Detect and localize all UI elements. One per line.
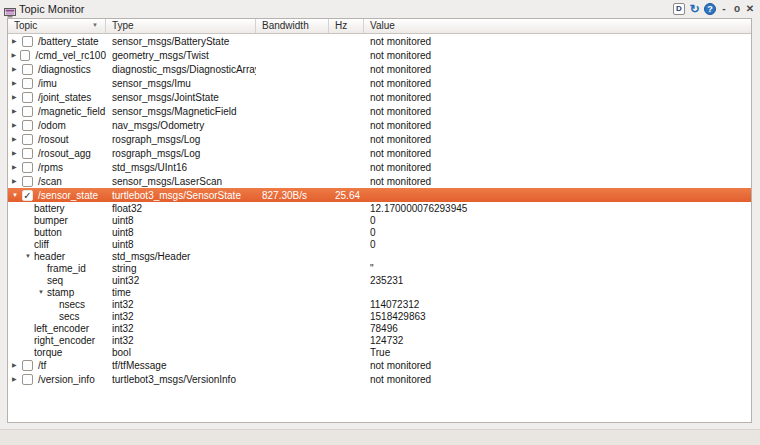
monitor-checkbox-unchecked[interactable] — [22, 78, 33, 89]
monitor-checkbox-unchecked[interactable] — [22, 162, 33, 173]
monitor-checkbox-unchecked[interactable] — [22, 360, 33, 371]
monitor-checkbox-unchecked[interactable] — [22, 120, 33, 131]
collapse-icon[interactable]: ▼ — [25, 253, 34, 259]
table-row[interactable]: buttonuint80 — [8, 226, 751, 238]
expand-icon[interactable]: ▶ — [12, 108, 21, 114]
column-header-bandwidth[interactable]: Bandwidth — [256, 19, 329, 33]
table-row[interactable]: secsint321518429863 — [8, 310, 751, 322]
table-row[interactable]: ▶/imusensor_msgs/Imunot monitored — [8, 76, 751, 90]
topic-name: /scan — [38, 176, 62, 187]
monitor-checkbox-unchecked[interactable] — [22, 106, 33, 117]
column-label: Value — [370, 20, 395, 31]
expand-icon[interactable]: ▶ — [12, 52, 20, 58]
topic-name: right_encoder — [34, 335, 95, 346]
table-row[interactable]: ▶/joint_statessensor_msgs/JointStatenot … — [8, 90, 751, 104]
tree-indent — [8, 232, 25, 233]
topic-tree-cell: cliff — [8, 239, 106, 250]
field-value: True — [364, 347, 751, 358]
tree-indent — [8, 208, 25, 209]
table-row[interactable]: ▶/rosout_aggrosgraph_msgs/Lognot monitor… — [8, 146, 751, 160]
monitor-checkbox-unchecked[interactable] — [22, 148, 33, 159]
field-type: uint32 — [106, 275, 256, 286]
undock-button[interactable]: D — [673, 3, 685, 15]
maximize-button[interactable]: o — [732, 3, 742, 15]
topic-tree-cell: bumper — [8, 215, 106, 226]
expand-icon[interactable]: ▶ — [12, 122, 21, 128]
expand-icon[interactable]: ▶ — [12, 376, 21, 382]
table-row[interactable]: ▶/magnetic_fieldsensor_msgs/MagneticFiel… — [8, 104, 751, 118]
minimize-button[interactable]: - — [719, 3, 729, 15]
table-row[interactable]: ▼headerstd_msgs/Header — [8, 250, 751, 262]
topic-tree-cell: ▶/rpms — [8, 162, 106, 173]
expand-icon[interactable]: ▶ — [12, 66, 21, 72]
monitor-checkbox-checked[interactable]: ✓ — [22, 190, 33, 201]
table-row[interactable]: ▶/version_infoturtlebot3_msgs/VersionInf… — [8, 372, 751, 386]
table-row[interactable]: bumperuint80 — [8, 214, 751, 226]
close-button[interactable]: ✕ — [745, 3, 755, 15]
column-header-value[interactable]: Value — [364, 19, 751, 33]
table-row[interactable]: ▶/diagnosticsdiagnostic_msgs/DiagnosticA… — [8, 62, 751, 76]
table-row[interactable]: frame_idstring" — [8, 262, 751, 274]
table-row[interactable]: cliffuint80 — [8, 238, 751, 250]
column-header-type[interactable]: Type — [106, 19, 256, 33]
expand-icon[interactable]: ▶ — [12, 178, 21, 184]
monitor-checkbox-unchecked[interactable] — [22, 134, 33, 145]
monitor-checkbox-unchecked[interactable] — [22, 64, 33, 75]
collapse-icon[interactable]: ▼ — [12, 192, 21, 198]
plugin-titlebar[interactable]: Topic Monitor D↻?-o✕ — [0, 0, 760, 17]
monitor-checkbox-unchecked[interactable] — [22, 92, 33, 103]
tree-indent — [8, 304, 50, 305]
expand-icon[interactable]: ▶ — [12, 38, 21, 44]
table-row[interactable]: torqueboolTrue — [8, 346, 751, 358]
collapse-icon[interactable]: ▼ — [38, 289, 47, 295]
hz-value: 25.64 — [329, 190, 364, 201]
tree-indent — [8, 340, 25, 341]
column-header-topic[interactable]: Topic▼ — [8, 19, 106, 33]
field-type: sensor_msgs/LaserScan — [106, 176, 256, 187]
expand-icon[interactable]: ▶ — [12, 164, 21, 170]
table-rows: ▶/battery_statesensor_msgs/BatteryStaten… — [8, 34, 751, 386]
topic-tree-cell: ▶/battery_state — [8, 36, 106, 47]
expand-icon[interactable]: ▶ — [12, 80, 21, 86]
table-row[interactable]: ▶/rpmsstd_msgs/UInt16not monitored — [8, 160, 751, 174]
table-row[interactable]: ▶/cmd_vel_rc100geometry_msgs/Twistnot mo… — [8, 48, 751, 62]
table-row[interactable]: left_encoderint3278496 — [8, 322, 751, 334]
table-header: Topic▼TypeBandwidthHzValue — [8, 19, 751, 34]
topic-name: torque — [34, 347, 62, 358]
expand-icon[interactable]: ▶ — [12, 136, 21, 142]
field-type: turtlebot3_msgs/VersionInfo — [106, 374, 256, 385]
expand-icon[interactable]: ▶ — [12, 94, 21, 100]
table-row[interactable]: ▶/rosoutrosgraph_msgs/Lognot monitored — [8, 132, 751, 146]
tree-indent — [8, 244, 25, 245]
monitor-checkbox-unchecked[interactable] — [22, 36, 33, 47]
table-row[interactable]: ▼stamptime — [8, 286, 751, 298]
expand-icon[interactable]: ▶ — [12, 150, 21, 156]
field-type: geometry_msgs/Twist — [106, 50, 256, 61]
table-row[interactable]: nsecsint32114072312 — [8, 298, 751, 310]
field-type: nav_msgs/Odometry — [106, 120, 256, 131]
tree-indent — [8, 268, 38, 269]
table-row[interactable]: ▶/battery_statesensor_msgs/BatteryStaten… — [8, 34, 751, 48]
table-row[interactable]: ▶/scansensor_msgs/LaserScannot monitored — [8, 174, 751, 188]
column-label: Topic — [14, 20, 37, 31]
field-value: 0 — [364, 215, 751, 226]
table-row[interactable]: ▶/tftf/tfMessagenot monitored — [8, 358, 751, 372]
table-row[interactable]: ▶/odomnav_msgs/Odometrynot monitored — [8, 118, 751, 132]
help-button[interactable]: ? — [704, 3, 716, 15]
monitor-checkbox-unchecked[interactable] — [22, 374, 33, 385]
expand-icon[interactable]: ▶ — [12, 362, 21, 368]
reload-button[interactable]: ↻ — [688, 2, 701, 15]
topic-name: /battery_state — [38, 36, 99, 47]
table-row[interactable]: right_encoderint32124732 — [8, 334, 751, 346]
table-row[interactable]: sequint32235231 — [8, 274, 751, 286]
field-type: int32 — [106, 311, 256, 322]
monitor-checkbox-unchecked[interactable] — [22, 176, 33, 187]
field-value: not monitored — [364, 92, 751, 103]
field-value: 114072312 — [364, 299, 751, 310]
table-row[interactable]: ▼✓/sensor_stateturtlebot3_msgs/SensorSta… — [8, 188, 751, 202]
field-type: bool — [106, 347, 256, 358]
column-header-hz[interactable]: Hz — [329, 19, 364, 33]
topic-tree-cell: ▼✓/sensor_state — [8, 190, 106, 201]
table-row[interactable]: batteryfloat3212.170000076293945 — [8, 202, 751, 214]
monitor-checkbox-unchecked[interactable] — [20, 50, 30, 61]
